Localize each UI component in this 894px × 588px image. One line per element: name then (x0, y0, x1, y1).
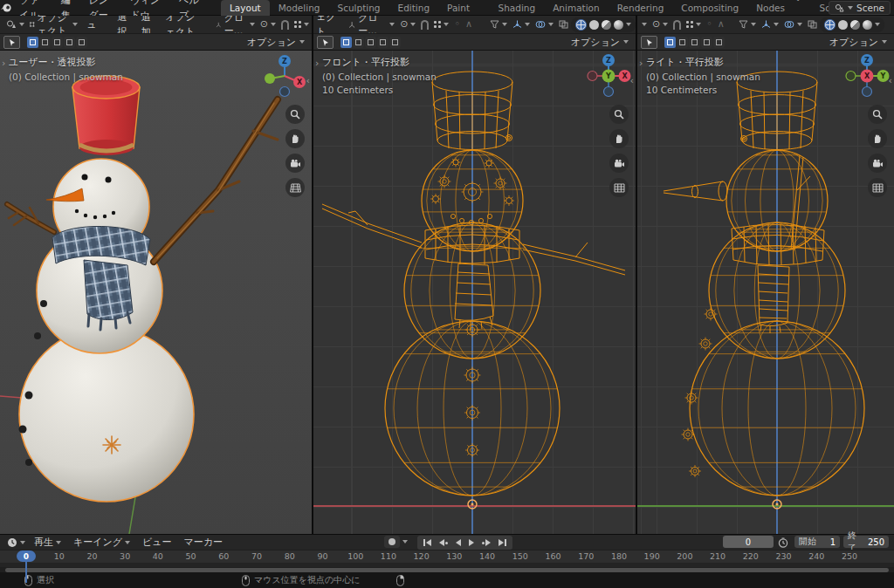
select-mode-invert[interactable] (377, 37, 389, 48)
snowman-wireframe-front[interactable] (313, 51, 636, 534)
tab-animation[interactable]: Animation (544, 0, 609, 16)
overlays-toggle[interactable] (533, 17, 556, 31)
camera-view-button[interactable] (609, 154, 629, 173)
zoom-button[interactable] (868, 105, 887, 124)
orthographic-toggle-button[interactable] (868, 178, 887, 197)
pan-hand-button[interactable] (609, 129, 629, 148)
toolbar-expand-chevron[interactable]: › (639, 58, 643, 69)
pivot-point-dropdown[interactable]: ⊙ (397, 17, 418, 31)
select-mode-intersect[interactable] (713, 37, 725, 48)
tab-modeling[interactable]: Modeling (270, 0, 329, 16)
pan-hand-button[interactable] (868, 129, 887, 148)
snowman-wireframe-side[interactable] (637, 51, 894, 534)
current-frame-field[interactable]: 0 (723, 536, 774, 548)
overlays-toggle[interactable] (781, 17, 805, 31)
object-visibility-dropdown[interactable] (736, 17, 759, 31)
blender-logo-icon[interactable] (0, 2, 12, 14)
transform-orientation-dropdown[interactable]: グロー... (346, 17, 397, 31)
select-mode-invert[interactable] (701, 37, 712, 48)
timeline-editor-type-button[interactable] (4, 536, 28, 550)
mode-selector[interactable]: オブジェクト (27, 17, 80, 31)
frame-start-field[interactable]: 開始 1 (794, 536, 840, 548)
menu-view[interactable]: ビュー (80, 16, 111, 34)
shading-solid-button[interactable] (589, 20, 599, 30)
active-tool-button[interactable] (317, 36, 334, 49)
tab-layout[interactable]: Layout (221, 0, 270, 16)
xray-toggle[interactable] (556, 17, 571, 31)
object-visibility-dropdown[interactable] (487, 17, 510, 31)
gizmos-toggle[interactable] (510, 17, 533, 31)
play-button[interactable] (465, 537, 478, 549)
select-mode-extend[interactable] (353, 37, 364, 48)
tab-sculpting[interactable]: Sculpting (328, 0, 389, 16)
jump-to-end-button[interactable] (495, 537, 510, 549)
playhead[interactable]: 0 (17, 550, 36, 562)
shading-solid-button[interactable] (838, 20, 848, 30)
camera-view-button[interactable] (868, 154, 887, 173)
pivot-point-dropdown[interactable]: ⊙ (258, 17, 279, 31)
select-mode-new[interactable] (664, 37, 676, 48)
snap-toggle[interactable] (279, 17, 292, 31)
camera-view-button[interactable] (285, 154, 305, 173)
select-mode-intersect[interactable] (389, 37, 401, 48)
select-mode-new[interactable] (27, 37, 38, 48)
tool-options-dropdown[interactable]: オプション (247, 36, 312, 49)
menu-select[interactable]: 選択 (111, 16, 135, 34)
pan-hand-button[interactable] (285, 129, 305, 148)
editor-type-button[interactable] (3, 17, 27, 31)
clipped-dropdown[interactable] (639, 17, 650, 31)
snap-options-dropdown[interactable] (292, 17, 312, 31)
tab-texture-paint[interactable]: Texture Paint (438, 0, 489, 16)
active-tool-button[interactable] (3, 36, 20, 49)
tool-options-dropdown[interactable]: オプション (571, 36, 636, 49)
falloff-dropdown[interactable]: ∧ (463, 17, 475, 31)
prev-keyframe-button[interactable] (436, 537, 451, 549)
snap-toggle[interactable] (418, 17, 431, 31)
scene-selector[interactable]: Scene (829, 1, 891, 15)
jump-to-start-button[interactable] (420, 537, 435, 549)
tab-geometry-nodes[interactable]: Geometry Nodes (747, 0, 810, 16)
menu-view-timeline[interactable]: ビュー (136, 535, 178, 550)
snap-options-dropdown[interactable] (684, 17, 704, 31)
menu-keying[interactable]: キーイング (67, 535, 136, 550)
gizmos-toggle[interactable] (759, 17, 781, 31)
auto-keyframe-button[interactable] (384, 536, 400, 548)
viewport-3d-front-ortho[interactable]: フロント・平行投影 (0) Collection | snowman 10 Ce… (313, 51, 636, 534)
play-reverse-button[interactable] (452, 537, 464, 549)
select-mode-extend[interactable] (677, 37, 688, 48)
select-mode-subtract[interactable] (689, 37, 700, 48)
select-mode-intersect[interactable] (76, 37, 87, 48)
next-keyframe-button[interactable] (478, 537, 494, 549)
shading-wireframe-button[interactable] (575, 19, 587, 31)
toolbar-expand-chevron[interactable]: › (2, 58, 5, 69)
tool-options-dropdown[interactable]: オプション (829, 36, 894, 49)
shading-material-button[interactable] (850, 20, 860, 30)
proportional-editing-toggle[interactable]: ◦ (704, 17, 715, 31)
menu-playback[interactable]: 再生 (28, 535, 67, 550)
area-divider[interactable] (312, 16, 313, 534)
viewport-3d-user-perspective[interactable]: ユーザー・透視投影 (0) Collection | snowman › ‹ (0, 51, 312, 534)
active-tool-button[interactable] (641, 36, 657, 49)
shading-rendered-button[interactable] (863, 20, 872, 30)
zoom-button[interactable] (285, 105, 305, 124)
select-mode-new[interactable] (340, 37, 352, 48)
falloff-dropdown[interactable]: ∧ (715, 17, 727, 31)
shading-rendered-button[interactable] (614, 20, 623, 30)
orthographic-toggle-button[interactable] (609, 178, 629, 197)
orthographic-toggle-button[interactable] (285, 178, 305, 197)
tab-rendering[interactable]: Rendering (609, 0, 673, 16)
mode-label-clipped[interactable]: ェクト (313, 16, 346, 34)
tab-uv-editing[interactable]: UV Editing (389, 0, 439, 16)
select-mode-subtract[interactable] (52, 37, 63, 48)
frame-end-field[interactable]: 終了 250 (843, 536, 889, 548)
xray-toggle[interactable] (805, 17, 820, 31)
menu-object[interactable]: オブジェクト (159, 16, 208, 34)
tab-shading[interactable]: Shading (490, 0, 545, 16)
area-divider[interactable] (636, 16, 637, 534)
zoom-button[interactable] (609, 105, 629, 124)
select-mode-invert[interactable] (64, 37, 75, 48)
select-mode-subtract[interactable] (365, 37, 376, 48)
select-mode-extend[interactable] (39, 37, 51, 48)
menu-marker[interactable]: マーカー (178, 535, 230, 550)
snap-options-dropdown[interactable] (431, 17, 451, 31)
